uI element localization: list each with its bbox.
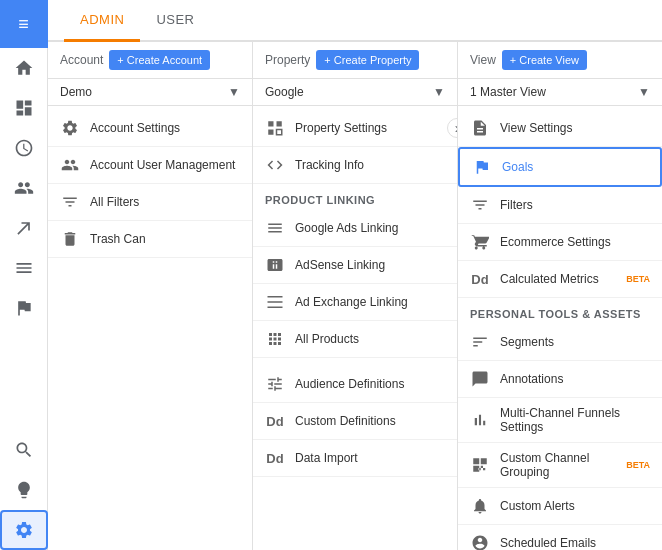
account-settings-item[interactable]: Account Settings (48, 110, 252, 147)
alert-icon (470, 496, 490, 516)
tracking-info-label: Tracking Info (295, 158, 445, 172)
audience-definitions-item[interactable]: Audience Definitions (253, 366, 457, 403)
account-user-management-label: Account User Management (90, 158, 240, 172)
goals-label: Goals (502, 160, 648, 174)
code-icon (265, 155, 285, 175)
prop-settings-icon (265, 118, 285, 138)
annotations-item[interactable]: Annotations (458, 361, 662, 398)
data-import-item[interactable]: Dd Data Import (253, 440, 457, 477)
all-products-label: All Products (295, 332, 445, 346)
account-dropdown[interactable]: Demo ▼ (48, 79, 252, 106)
ecommerce-settings-label: Ecommerce Settings (500, 235, 650, 249)
account-header: Account + Create Account (48, 42, 252, 79)
adsense-linking-item[interactable]: AdSense Linking (253, 247, 457, 284)
calculated-metrics-item[interactable]: Dd Calculated Metrics BETA (458, 261, 662, 298)
property-dropdown[interactable]: Google ▼ (253, 79, 457, 106)
property-settings-item[interactable]: Property Settings › (253, 110, 457, 147)
account-menu: Account Settings Account User Management… (48, 106, 252, 550)
sidebar-item-audience[interactable] (0, 168, 48, 208)
account-header-label: Account (60, 53, 103, 67)
sidebar-item-conversions[interactable] (0, 288, 48, 328)
account-user-management-item[interactable]: Account User Management (48, 147, 252, 184)
all-filters-item[interactable]: All Filters (48, 184, 252, 221)
sidebar-bottom (0, 430, 48, 550)
svg-rect-1 (277, 121, 282, 126)
sidebar-item-realtime[interactable] (0, 128, 48, 168)
custom-definitions-label: Custom Definitions (295, 414, 445, 428)
svg-rect-3 (277, 130, 282, 135)
view-dropdown-value: 1 Master View (470, 85, 638, 99)
sidebar-item-acquisition[interactable] (0, 208, 48, 248)
calculated-metrics-label: Calculated Metrics (500, 272, 612, 286)
view-header-label: View (470, 53, 496, 67)
filters-view-item[interactable]: Filters (458, 187, 662, 224)
settings-icon (60, 118, 80, 138)
sidebar-item-behavior[interactable] (0, 248, 48, 288)
all-products-icon (265, 329, 285, 349)
view-settings-item[interactable]: View Settings (458, 110, 662, 147)
scheduled-emails-item[interactable]: Scheduled Emails (458, 525, 662, 550)
adsense-linking-label: AdSense Linking (295, 258, 445, 272)
google-ads-linking-item[interactable]: Google Ads Linking (253, 210, 457, 247)
goals-item[interactable]: Goals (458, 147, 662, 187)
view-settings-label: View Settings (500, 121, 650, 135)
ecommerce-settings-item[interactable]: Ecommerce Settings (458, 224, 662, 261)
sidebar-item-dashboard[interactable] (0, 88, 48, 128)
custom-definitions-item[interactable]: Dd Custom Definitions (253, 403, 457, 440)
account-dropdown-value: Demo (60, 85, 228, 99)
tab-user[interactable]: USER (140, 0, 210, 42)
sidebar-logo: ≡ (0, 0, 48, 48)
scheduled-emails-label: Scheduled Emails (500, 536, 650, 550)
property-column: Property + Create Property Google ▼ Prop… (253, 42, 458, 550)
tracking-info-item[interactable]: Tracking Info (253, 147, 457, 184)
audience-definitions-label: Audience Definitions (295, 377, 445, 391)
property-expand-icon[interactable]: › (447, 118, 457, 138)
property-settings-label: Property Settings (295, 121, 445, 135)
create-view-button[interactable]: + Create View (502, 50, 587, 70)
property-dropdown-arrow: ▼ (433, 85, 445, 99)
all-products-item[interactable]: All Products (253, 321, 457, 358)
view-column: View + Create View 1 Master View ▼ View … (458, 42, 662, 550)
email-icon (470, 533, 490, 550)
multi-channel-item[interactable]: Multi-Channel Funnels Settings (458, 398, 662, 443)
all-filters-label: All Filters (90, 195, 240, 209)
create-property-button[interactable]: + Create Property (316, 50, 419, 70)
view-dropdown[interactable]: 1 Master View ▼ (458, 79, 662, 106)
custom-def-icon: Dd (265, 411, 285, 431)
segments-item[interactable]: Segments (458, 324, 662, 361)
tab-admin[interactable]: ADMIN (64, 0, 140, 42)
property-header-label: Property (265, 53, 310, 67)
segments-icon (470, 332, 490, 352)
custom-channel-beta: BETA (626, 460, 650, 470)
product-linking-header: PRODUCT LINKING (253, 184, 457, 210)
adsense-icon (265, 255, 285, 275)
sidebar-item-settings[interactable] (0, 510, 48, 550)
sidebar-item-insights[interactable] (0, 470, 48, 510)
cart-icon (470, 232, 490, 252)
ad-exchange-linking-item[interactable]: Ad Exchange Linking (253, 284, 457, 321)
sidebar-item-search[interactable] (0, 430, 48, 470)
ad-exchange-linking-label: Ad Exchange Linking (295, 295, 445, 309)
custom-alerts-item[interactable]: Custom Alerts (458, 488, 662, 525)
custom-channel-item[interactable]: Custom Channel Grouping BETA (458, 443, 662, 488)
create-account-button[interactable]: + Create Account (109, 50, 210, 70)
view-settings-icon (470, 118, 490, 138)
account-column: Account + Create Account Demo ▼ Account … (48, 42, 253, 550)
sidebar: ≡ (0, 0, 48, 550)
property-dropdown-value: Google (265, 85, 433, 99)
svg-rect-2 (268, 130, 273, 135)
audience-def-icon (265, 374, 285, 394)
calc-metrics-icon: Dd (470, 269, 490, 289)
trash-icon (60, 229, 80, 249)
svg-rect-0 (268, 121, 273, 126)
sidebar-item-home[interactable] (0, 48, 48, 88)
custom-alerts-label: Custom Alerts (500, 499, 650, 513)
annotation-icon (470, 369, 490, 389)
property-header: Property + Create Property (253, 42, 457, 79)
filter2-icon (470, 195, 490, 215)
flag-icon (472, 157, 492, 177)
account-settings-label: Account Settings (90, 121, 240, 135)
trash-can-item[interactable]: Trash Can (48, 221, 252, 258)
account-dropdown-arrow: ▼ (228, 85, 240, 99)
property-menu: Property Settings › Tracking Info PRODUC… (253, 106, 457, 550)
